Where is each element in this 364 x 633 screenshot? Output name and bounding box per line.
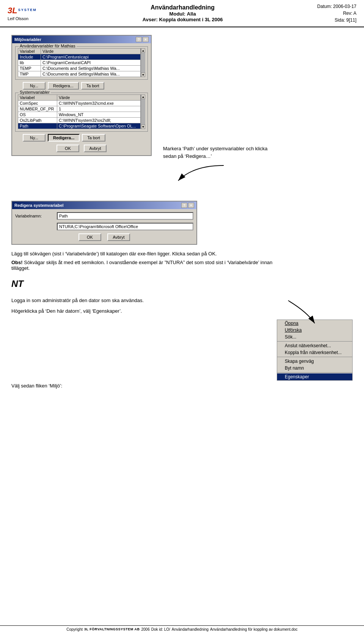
rev-value: A: [353, 11, 356, 16]
modul-label: Modul:: [169, 11, 186, 17]
user-table-row[interactable]: TEMPC:\Documents and Settings\Mathias Wa…: [18, 66, 141, 71]
user-vars-group: Användarvariabler för Mathias Variabel V…: [15, 46, 148, 80]
redigera-close-btn[interactable]: ×: [188, 203, 194, 208]
redigera-body: Variabelnamn: OK Avbryt: [12, 209, 196, 244]
miljo-ok-btn[interactable]: OK: [56, 145, 79, 152]
sys-scrollbar[interactable]: ▲ ▼: [141, 94, 145, 129]
redigera-help-btn[interactable]: ?: [181, 203, 187, 208]
context-menu: ÖppnaUtförskaSök...Anslut nätverksenhet.…: [277, 320, 353, 381]
footer-copyright: Copyright: [66, 627, 83, 631]
sys-table-row[interactable]: PathC:\Program\Seagate Software\Open OL.…: [18, 123, 141, 129]
instruction-para2: Obs! Sökvägar skiljs åt med ett semikolo…: [11, 260, 277, 271]
page-header: 3L SYSTEM Leif Olsson Användarhandlednin…: [0, 0, 364, 27]
redigera-title-text: Redigera systemvariabel: [14, 203, 64, 208]
help-button[interactable]: ?: [136, 37, 142, 42]
menu-separator: [277, 372, 352, 373]
user-ny-btn[interactable]: Ny...: [23, 82, 46, 90]
logo-3l: 3L: [8, 6, 17, 16]
instruction-text1: Markera ‘Path’ under systemvariabler och…: [163, 145, 353, 160]
context-menu-item[interactable]: Utförska: [277, 327, 352, 334]
context-menu-item[interactable]: Koppla från nätverksenhet...: [277, 349, 352, 356]
footer-docname: Användarhandledning för koppling av doku…: [210, 627, 298, 631]
variabelv-input[interactable]: [57, 223, 193, 230]
sys-col-val: Värde: [57, 95, 140, 101]
sys-val-cell: C:\Program\Seagate Software\Open OL...: [57, 123, 140, 129]
sys-group-label: Systemvariabler: [19, 90, 51, 94]
sys-table-container: Variabel Värde ComSpecC:\WINNT\system32\…: [18, 94, 145, 129]
sys-scroll-up[interactable]: ▲: [141, 94, 145, 99]
miljo-bottom-btns: OK Avbryt: [15, 145, 148, 152]
bottom-text-block: Välj sedan fliken ‘Miljö’:: [11, 383, 265, 389]
header-avser: Avser: Koppla dokument i 3L 2006: [48, 17, 317, 22]
instruction-para1: Lägg till sökvägen (sist i ‘Variabelvärd…: [11, 251, 277, 257]
sys-val-cell: 1: [57, 106, 140, 112]
datum-value: 2006-03-17: [333, 4, 356, 9]
variabelnamn-label: Variabelnamn:: [15, 214, 57, 218]
sys-tabort-btn[interactable]: Ta bort: [82, 134, 105, 142]
variabelnamn-input[interactable]: [57, 212, 193, 220]
sys-val-cell: C:\WINNT\system32\os2\dll;: [57, 118, 140, 123]
scroll-down-btn[interactable]: ▼: [141, 72, 145, 77]
sys-var-cell: Os2LibPath: [18, 118, 57, 123]
miljo-title: Miljövariabler: [14, 37, 41, 42]
sys-table-row[interactable]: NUMBER_OF_PR1: [18, 106, 141, 112]
user-table-container: Variabel Värde IncludeC:\Program\Centura…: [18, 48, 145, 77]
sys-redigera-btn[interactable]: Redigera...: [48, 134, 80, 142]
close-button[interactable]: ×: [143, 37, 149, 42]
user-scrollbar[interactable]: ▲ ▼: [141, 48, 145, 77]
logo-system: SYSTEM: [18, 8, 37, 12]
scroll-track: [141, 53, 145, 72]
context-menu-item[interactable]: Skapa genväg: [277, 358, 352, 365]
sys-table-row[interactable]: OSWindows_NT: [18, 112, 141, 118]
sida-label: Sida:: [335, 17, 345, 23]
user-redigera-btn[interactable]: Redigera...: [48, 82, 79, 90]
redigera-ok-btn[interactable]: OK: [78, 233, 101, 241]
sys-scroll-down[interactable]: ▼: [141, 124, 145, 129]
footer-modul-label: Användarhandledning: [172, 627, 209, 631]
page-footer: Copyright 3L FÖRVALTNINGSSYSTEM AB 2006 …: [0, 625, 364, 633]
footer-company: 3L FÖRVALTNINGSSYSTEM AB: [84, 627, 140, 631]
context-menu-item[interactable]: Byt namn: [277, 365, 352, 372]
sys-var-cell: ComSpec: [18, 101, 57, 106]
datum-label: Datum:: [317, 4, 332, 9]
variabelnamn-row: Variabelnamn:: [15, 212, 193, 220]
sys-ny-btn[interactable]: Ny...: [23, 134, 46, 142]
instruction-block: Markera ‘Path’ under systemvariabler och…: [163, 145, 353, 186]
author-name: Leif Olsson: [8, 16, 28, 21]
footer-year: 2006: [141, 627, 150, 631]
context-menu-item[interactable]: Anslut nätverksenhet...: [277, 342, 352, 349]
header-modul: Modul: Alla: [48, 11, 317, 17]
nt-text1: Logga in som administratör på den dator …: [11, 297, 265, 304]
datum-row: Datum: 2006-03-17: [317, 3, 356, 10]
sys-table-row[interactable]: Os2LibPathC:\WINNT\system32\os2\dll;: [18, 118, 141, 123]
context-menu-item[interactable]: Egenskaper: [277, 373, 352, 380]
sida-row: Sida: 9[11]: [317, 17, 356, 24]
redigera-titlebar: Redigera systemvariabel ? ×: [12, 202, 196, 209]
user-vars-table: Variabel Värde IncludeC:\Program\Centura…: [18, 48, 141, 77]
curved-arrow-svg: [163, 162, 231, 184]
sys-dialog-btns: Ny... Redigera... Ta bort: [15, 134, 148, 142]
user-tabort-btn[interactable]: Ta bort: [81, 82, 105, 90]
bottom-left: Logga in som administratör på den dator …: [11, 297, 265, 389]
instruction-line1: Markera ‘Path’ under systemvariabler och…: [163, 146, 268, 151]
sys-table-body: ComSpecC:\WINNT\system32\cmd.exeNUMBER_O…: [18, 101, 141, 129]
scroll-up-btn[interactable]: ▲: [141, 48, 145, 53]
sys-table-row[interactable]: ComSpecC:\WINNT\system32\cmd.exe: [18, 101, 141, 106]
user-table-row[interactable]: IncludeC:\Program\Centura\capi: [18, 54, 141, 60]
user-table-body: IncludeC:\Program\Centura\capilibC:\Prog…: [18, 54, 141, 77]
header-right: Datum: 2006-03-17 Rev: A Sida: 9[11]: [317, 3, 356, 24]
user-val-cell: C:\Program\Centura\capi: [41, 54, 141, 60]
miljo-titlebar: Miljövariabler ? ×: [12, 36, 151, 43]
redigera-section: Redigera systemvariabel ? × Variabelnamn…: [11, 193, 353, 245]
redigera-avbryt-btn[interactable]: Avbryt: [107, 233, 130, 241]
sys-val-cell: Windows_NT: [57, 112, 140, 118]
sys-val-cell: C:\WINNT\system32\cmd.exe: [57, 101, 140, 106]
miljo-dialog: Miljövariabler ? × Användarvariabler för…: [11, 35, 152, 156]
nt-section: NT Logga in som administratör på den dat…: [11, 279, 353, 389]
user-var-cell: TEMP: [18, 66, 41, 71]
user-table-row[interactable]: TMPC:\Documents and Settings\Mathias Wa.…: [18, 71, 141, 77]
context-menu-item[interactable]: Sök...: [277, 334, 352, 340]
miljo-title-text: Miljövariabler: [14, 37, 41, 42]
miljo-avbryt-btn[interactable]: Avbryt: [84, 145, 107, 152]
user-table-row[interactable]: libC:\Program\Centura\CAPI: [18, 60, 141, 66]
